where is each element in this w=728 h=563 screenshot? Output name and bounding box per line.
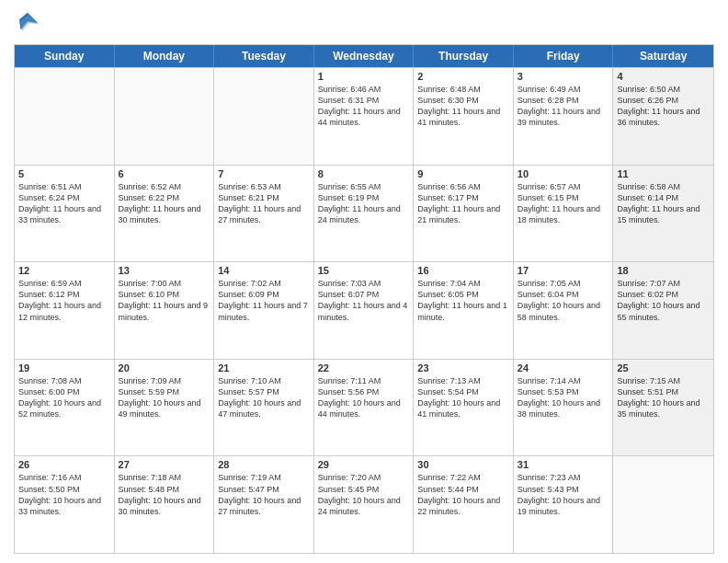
cell-content: Sunrise: 7:00 AM Sunset: 6:10 PM Dayligh… — [119, 278, 210, 323]
calendar-cell-4: 4Sunrise: 6:50 AM Sunset: 6:26 PM Daylig… — [613, 68, 713, 165]
calendar-header-monday: Monday — [115, 45, 215, 67]
calendar-cell-14: 14Sunrise: 7:02 AM Sunset: 6:09 PM Dayli… — [214, 262, 314, 359]
day-number: 7 — [218, 168, 310, 179]
logo-icon — [14, 9, 41, 37]
day-number: 26 — [18, 459, 110, 470]
calendar-cell-26: 26Sunrise: 7:16 AM Sunset: 5:50 PM Dayli… — [15, 456, 115, 553]
cell-content: Sunrise: 6:57 AM Sunset: 6:15 PM Dayligh… — [518, 181, 609, 226]
cell-content: Sunrise: 7:02 AM Sunset: 6:09 PM Dayligh… — [218, 278, 310, 323]
calendar-cell-17: 17Sunrise: 7:05 AM Sunset: 6:04 PM Dayli… — [514, 262, 614, 359]
cell-content: Sunrise: 7:09 AM Sunset: 5:59 PM Dayligh… — [119, 375, 210, 420]
calendar-cell-16: 16Sunrise: 7:04 AM Sunset: 6:05 PM Dayli… — [414, 262, 514, 359]
calendar-header-row: SundayMondayTuesdayWednesdayThursdayFrid… — [15, 45, 713, 67]
logo — [14, 9, 45, 37]
cell-content: Sunrise: 6:56 AM Sunset: 6:17 PM Dayligh… — [417, 181, 509, 226]
day-number: 19 — [18, 362, 110, 373]
day-number: 25 — [617, 362, 710, 373]
day-number: 15 — [318, 265, 410, 276]
calendar-cell-8: 8Sunrise: 6:55 AM Sunset: 6:19 PM Daylig… — [314, 166, 415, 262]
calendar-cell-30: 30Sunrise: 7:22 AM Sunset: 5:44 PM Dayli… — [414, 456, 514, 553]
day-number: 10 — [518, 168, 609, 179]
cell-content: Sunrise: 7:03 AM Sunset: 6:07 PM Dayligh… — [318, 278, 410, 323]
day-number: 17 — [518, 265, 609, 276]
day-number: 23 — [417, 362, 509, 373]
calendar-body: 1Sunrise: 6:46 AM Sunset: 6:31 PM Daylig… — [15, 67, 713, 553]
calendar-header-friday: Friday — [514, 45, 614, 67]
calendar-cell-12: 12Sunrise: 6:59 AM Sunset: 6:12 PM Dayli… — [15, 262, 115, 359]
day-number: 22 — [318, 362, 410, 373]
day-number: 4 — [617, 71, 710, 82]
calendar-cell-23: 23Sunrise: 7:13 AM Sunset: 5:54 PM Dayli… — [414, 360, 514, 456]
calendar-cell-20: 20Sunrise: 7:09 AM Sunset: 5:59 PM Dayli… — [115, 360, 215, 456]
calendar-cell-5: 5Sunrise: 6:51 AM Sunset: 6:24 PM Daylig… — [15, 166, 115, 262]
calendar-cell-25: 25Sunrise: 7:15 AM Sunset: 5:51 PM Dayli… — [613, 360, 713, 456]
calendar-header-sunday: Sunday — [15, 45, 115, 67]
day-number: 12 — [18, 265, 110, 276]
cell-content: Sunrise: 7:15 AM Sunset: 5:51 PM Dayligh… — [617, 375, 710, 420]
calendar-header-wednesday: Wednesday — [314, 45, 415, 67]
day-number: 21 — [218, 362, 310, 373]
cell-content: Sunrise: 7:05 AM Sunset: 6:04 PM Dayligh… — [518, 278, 609, 323]
day-number: 27 — [119, 459, 210, 470]
calendar-cell-29: 29Sunrise: 7:20 AM Sunset: 5:45 PM Dayli… — [314, 456, 415, 553]
cell-content: Sunrise: 7:20 AM Sunset: 5:45 PM Dayligh… — [318, 472, 410, 517]
day-number: 11 — [617, 168, 710, 179]
calendar-cell-24: 24Sunrise: 7:14 AM Sunset: 5:53 PM Dayli… — [514, 360, 614, 456]
cell-content: Sunrise: 6:55 AM Sunset: 6:19 PM Dayligh… — [318, 181, 410, 226]
cell-content: Sunrise: 7:19 AM Sunset: 5:47 PM Dayligh… — [218, 472, 310, 517]
calendar-cell-1: 1Sunrise: 6:46 AM Sunset: 6:31 PM Daylig… — [314, 68, 415, 165]
calendar-cell-10: 10Sunrise: 6:57 AM Sunset: 6:15 PM Dayli… — [514, 166, 614, 262]
cell-content: Sunrise: 7:14 AM Sunset: 5:53 PM Dayligh… — [518, 375, 609, 420]
calendar-cell-15: 15Sunrise: 7:03 AM Sunset: 6:07 PM Dayli… — [314, 262, 415, 359]
day-number: 13 — [119, 265, 210, 276]
day-number: 28 — [218, 459, 310, 470]
calendar-cell-27: 27Sunrise: 7:18 AM Sunset: 5:48 PM Dayli… — [115, 456, 215, 553]
day-number: 5 — [18, 168, 110, 179]
page: SundayMondayTuesdayWednesdayThursdayFrid… — [0, 0, 728, 563]
calendar-header-tuesday: Tuesday — [214, 45, 314, 67]
cell-content: Sunrise: 7:23 AM Sunset: 5:43 PM Dayligh… — [518, 472, 609, 517]
calendar: SundayMondayTuesdayWednesdayThursdayFrid… — [14, 44, 714, 554]
calendar-cell-13: 13Sunrise: 7:00 AM Sunset: 6:10 PM Dayli… — [115, 262, 215, 359]
day-number: 14 — [218, 265, 310, 276]
cell-content: Sunrise: 6:49 AM Sunset: 6:28 PM Dayligh… — [518, 84, 609, 129]
cell-content: Sunrise: 6:46 AM Sunset: 6:31 PM Dayligh… — [318, 84, 410, 129]
cell-content: Sunrise: 7:10 AM Sunset: 5:57 PM Dayligh… — [218, 375, 310, 420]
calendar-row-0: 1Sunrise: 6:46 AM Sunset: 6:31 PM Daylig… — [15, 67, 713, 165]
calendar-cell-6: 6Sunrise: 6:52 AM Sunset: 6:22 PM Daylig… — [115, 166, 215, 262]
calendar-cell-11: 11Sunrise: 6:58 AM Sunset: 6:14 PM Dayli… — [613, 166, 713, 262]
day-number: 31 — [518, 459, 609, 470]
calendar-cell-empty-0-2 — [214, 68, 314, 165]
calendar-cell-2: 2Sunrise: 6:48 AM Sunset: 6:30 PM Daylig… — [414, 68, 514, 165]
cell-content: Sunrise: 6:59 AM Sunset: 6:12 PM Dayligh… — [18, 278, 110, 323]
header — [14, 9, 714, 37]
cell-content: Sunrise: 7:16 AM Sunset: 5:50 PM Dayligh… — [18, 472, 110, 517]
calendar-cell-19: 19Sunrise: 7:08 AM Sunset: 6:00 PM Dayli… — [15, 360, 115, 456]
calendar-cell-7: 7Sunrise: 6:53 AM Sunset: 6:21 PM Daylig… — [214, 166, 314, 262]
day-number: 20 — [119, 362, 210, 373]
cell-content: Sunrise: 6:58 AM Sunset: 6:14 PM Dayligh… — [617, 181, 710, 226]
cell-content: Sunrise: 7:11 AM Sunset: 5:56 PM Dayligh… — [318, 375, 410, 420]
cell-content: Sunrise: 7:13 AM Sunset: 5:54 PM Dayligh… — [417, 375, 509, 420]
cell-content: Sunrise: 6:51 AM Sunset: 6:24 PM Dayligh… — [18, 181, 110, 226]
calendar-row-2: 12Sunrise: 6:59 AM Sunset: 6:12 PM Dayli… — [15, 261, 713, 359]
day-number: 6 — [119, 168, 210, 179]
day-number: 2 — [417, 71, 509, 82]
calendar-row-3: 19Sunrise: 7:08 AM Sunset: 6:00 PM Dayli… — [15, 359, 713, 456]
cell-content: Sunrise: 6:48 AM Sunset: 6:30 PM Dayligh… — [417, 84, 509, 129]
day-number: 16 — [417, 265, 509, 276]
calendar-cell-9: 9Sunrise: 6:56 AM Sunset: 6:17 PM Daylig… — [414, 166, 514, 262]
calendar-row-1: 5Sunrise: 6:51 AM Sunset: 6:24 PM Daylig… — [15, 165, 713, 262]
day-number: 24 — [518, 362, 609, 373]
calendar-row-4: 26Sunrise: 7:16 AM Sunset: 5:50 PM Dayli… — [15, 455, 713, 553]
day-number: 1 — [318, 71, 410, 82]
day-number: 30 — [417, 459, 509, 470]
cell-content: Sunrise: 6:50 AM Sunset: 6:26 PM Dayligh… — [617, 84, 710, 129]
cell-content: Sunrise: 7:22 AM Sunset: 5:44 PM Dayligh… — [417, 472, 509, 517]
calendar-cell-21: 21Sunrise: 7:10 AM Sunset: 5:57 PM Dayli… — [214, 360, 314, 456]
calendar-cell-empty-0-1 — [115, 68, 215, 165]
day-number: 8 — [318, 168, 410, 179]
calendar-cell-31: 31Sunrise: 7:23 AM Sunset: 5:43 PM Dayli… — [514, 456, 614, 553]
calendar-cell-18: 18Sunrise: 7:07 AM Sunset: 6:02 PM Dayli… — [613, 262, 713, 359]
calendar-cell-28: 28Sunrise: 7:19 AM Sunset: 5:47 PM Dayli… — [214, 456, 314, 553]
